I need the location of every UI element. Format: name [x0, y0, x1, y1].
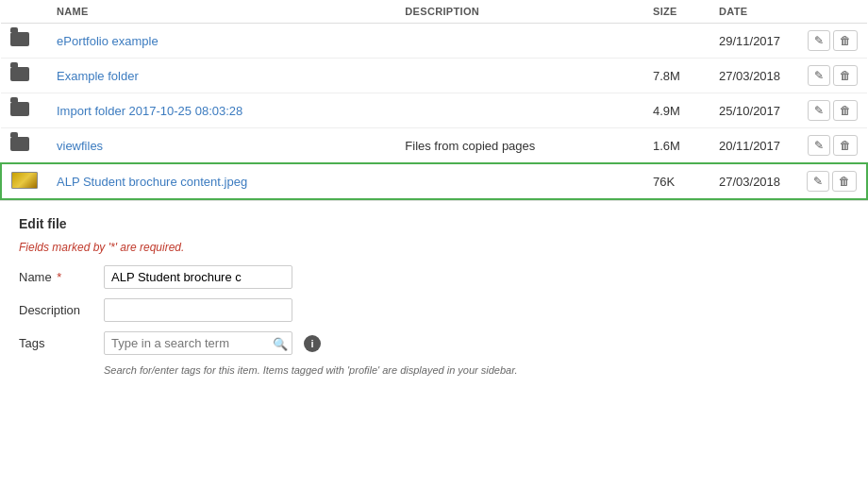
edit-button[interactable]: ✎ — [807, 171, 829, 192]
file-actions-cell: ✎🗑 — [794, 59, 867, 93]
folder-icon — [10, 32, 29, 46]
file-actions-cell: ✎🗑 — [794, 163, 867, 199]
file-name-link[interactable]: viewfiles — [57, 139, 103, 153]
edit-button[interactable]: ✎ — [808, 30, 830, 51]
file-size-cell — [643, 24, 709, 59]
tags-search-button[interactable]: 🔍 — [273, 336, 288, 350]
file-date-cell: 29/11/2017 — [709, 24, 794, 59]
description-label: Description — [19, 303, 104, 317]
file-description-cell — [395, 59, 643, 93]
file-description-cell: Files from copied pages — [395, 128, 643, 164]
tags-search-wrapper: 🔍 — [104, 331, 292, 355]
file-name-link[interactable]: Import folder 2017-10-25 08:03:28 — [57, 104, 242, 118]
file-description-cell — [395, 24, 643, 59]
file-icon-cell — [1, 59, 47, 93]
file-name-cell: Example folder — [47, 59, 395, 93]
edit-button[interactable]: ✎ — [808, 100, 830, 121]
file-size-cell: 76K — [643, 163, 709, 199]
file-name-cell: viewfiles — [47, 128, 395, 164]
col-header-description: DESCRIPTION — [395, 0, 643, 24]
col-header-actions — [794, 0, 867, 24]
edit-button[interactable]: ✎ — [808, 65, 830, 86]
table-row: Example folder7.8M27/03/2018✎🗑 — [1, 59, 867, 93]
info-icon[interactable]: i — [304, 335, 321, 352]
required-notice: Fields marked by '*' are required. — [19, 241, 849, 254]
file-icon-cell — [1, 163, 47, 199]
file-size-cell: 4.9M — [643, 93, 709, 128]
file-actions-cell: ✎🗑 — [794, 93, 867, 128]
edit-file-title: Edit file — [19, 216, 849, 231]
name-label: Name * — [19, 270, 104, 284]
search-hint: Search for/enter tags for this item. Ite… — [19, 364, 849, 376]
col-header-icon — [1, 0, 47, 24]
delete-button[interactable]: 🗑 — [833, 65, 858, 86]
image-thumbnail — [11, 172, 38, 189]
file-actions-cell: ✎🗑 — [794, 24, 867, 59]
file-name-cell: ALP Student brochure content.jpeg — [47, 163, 395, 199]
file-date-cell: 27/03/2018 — [709, 163, 794, 199]
file-table: NAME DESCRIPTION SIZE DATE ePortfolio ex… — [0, 0, 868, 200]
file-name-link[interactable]: Example folder — [57, 69, 139, 83]
table-row: viewfilesFiles from copied pages1.6M20/1… — [1, 128, 867, 164]
tags-input[interactable] — [104, 331, 292, 355]
required-star: * — [54, 270, 62, 284]
file-date-cell: 27/03/2018 — [709, 59, 794, 93]
folder-icon — [10, 137, 29, 151]
file-size-cell: 1.6M — [643, 128, 709, 164]
file-name-link[interactable]: ePortfolio example — [57, 34, 159, 48]
table-row: Import folder 2017-10-25 08:03:284.9M25/… — [1, 93, 867, 128]
tags-label: Tags — [19, 336, 104, 350]
tags-row: Tags 🔍 i — [19, 331, 849, 355]
file-name-link[interactable]: ALP Student brochure content.jpeg — [57, 175, 247, 189]
name-row: Name * — [19, 265, 849, 289]
table-row: ALP Student brochure content.jpeg76K27/0… — [1, 163, 867, 199]
file-date-cell: 25/10/2017 — [709, 93, 794, 128]
col-header-date: DATE — [709, 0, 794, 24]
col-header-name: NAME — [47, 0, 395, 24]
folder-icon — [10, 67, 29, 81]
delete-button[interactable]: 🗑 — [832, 171, 857, 192]
description-input[interactable] — [104, 298, 292, 322]
file-description-cell — [395, 93, 643, 128]
search-icon: 🔍 — [273, 336, 288, 350]
file-date-cell: 20/11/2017 — [709, 128, 794, 164]
delete-button[interactable]: 🗑 — [833, 135, 858, 156]
file-name-cell: Import folder 2017-10-25 08:03:28 — [47, 93, 395, 128]
file-description-cell — [395, 163, 643, 199]
edit-button[interactable]: ✎ — [808, 135, 830, 156]
table-row: ePortfolio example29/11/2017✎🗑 — [1, 24, 867, 59]
file-name-cell: ePortfolio example — [47, 24, 395, 59]
col-header-size: SIZE — [643, 0, 709, 24]
delete-button[interactable]: 🗑 — [833, 100, 858, 121]
edit-file-section: Edit file Fields marked by '*' are requi… — [0, 200, 868, 387]
description-row: Description — [19, 298, 849, 322]
name-input[interactable] — [104, 265, 292, 289]
file-size-cell: 7.8M — [643, 59, 709, 93]
delete-button[interactable]: 🗑 — [833, 30, 858, 51]
folder-icon — [10, 102, 29, 116]
file-icon-cell — [1, 93, 47, 128]
file-icon-cell — [1, 24, 47, 59]
file-actions-cell: ✎🗑 — [794, 128, 867, 164]
file-icon-cell — [1, 128, 47, 164]
